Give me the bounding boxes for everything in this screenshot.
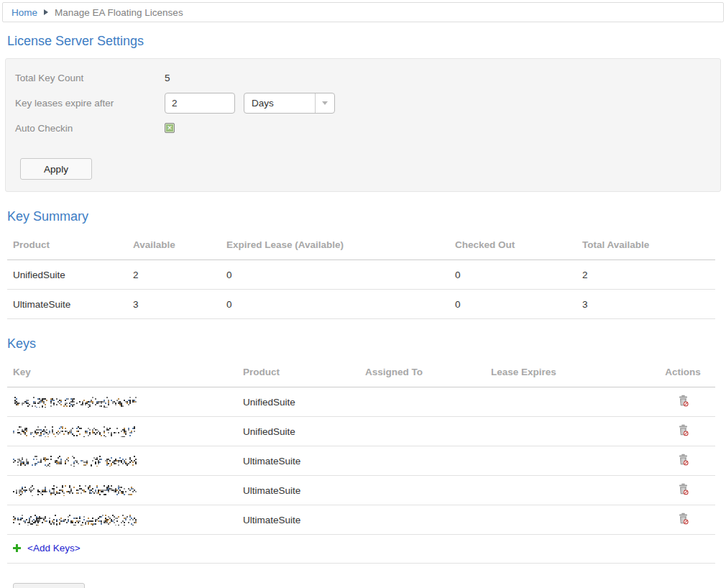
chevron-down-icon [322, 101, 328, 105]
keys-header-row: Key Product Assigned To Lease Expires Ac… [7, 361, 715, 387]
summary-expired-lease: 0 [221, 290, 449, 319]
table-row: UltimateSuite 3 0 0 3 [7, 290, 715, 319]
auto-checkin-checkbox[interactable] [165, 123, 175, 133]
key-summary-table: Product Available Expired Lease (Availab… [7, 234, 715, 319]
redacted-key [13, 515, 137, 525]
add-keys-link[interactable]: <Add Keys> [27, 543, 81, 553]
delete-key-button[interactable] [676, 423, 690, 440]
key-assigned-to [359, 446, 485, 476]
breadcrumb-separator-icon [44, 9, 48, 15]
key-lease-expires [485, 417, 645, 446]
summary-available: 3 [127, 290, 221, 319]
license-server-settings-panel: Total Key Count 5 Key leases expire afte… [5, 58, 721, 192]
key-cell [7, 387, 237, 417]
lease-unit-selected-value: Days [244, 98, 315, 109]
key-assigned-to [359, 505, 485, 535]
delete-key-button[interactable] [676, 482, 690, 499]
page-content: License Server Settings Total Key Count … [0, 34, 726, 588]
table-row: UltimateSuite [7, 505, 715, 535]
breadcrumb-current-page: Manage EA Floating Licenses [55, 7, 183, 18]
column-header-lease-expires: Lease Expires [485, 361, 645, 387]
key-actions-cell [645, 476, 715, 505]
redacted-key [13, 397, 137, 408]
auto-checkin-label: Auto Checkin [15, 123, 165, 134]
key-cell [7, 446, 237, 476]
key-actions-cell [645, 505, 715, 535]
lease-unit-dropdown-button[interactable] [315, 93, 334, 113]
total-key-count-value: 5 [165, 73, 170, 83]
ok-button[interactable]: OK [13, 583, 85, 588]
column-header-available: Available [127, 234, 221, 260]
key-cell [7, 505, 237, 535]
lease-expire-row: Key leases expire after Days [15, 91, 711, 115]
summary-expired-lease: 0 [221, 260, 449, 290]
plus-icon [13, 544, 21, 552]
column-header-product: Product [237, 361, 359, 387]
key-assigned-to [359, 476, 485, 505]
key-cell [7, 476, 237, 505]
table-row: UnifiedSuite [7, 387, 715, 417]
keys-title: Keys [7, 336, 715, 352]
lease-unit-select[interactable]: Days [244, 93, 335, 114]
column-header-actions: Actions [645, 361, 715, 387]
key-cell [7, 417, 237, 446]
column-header-product: Product [7, 234, 127, 260]
add-keys-row: <Add Keys> [7, 535, 715, 564]
key-product: UnifiedSuite [237, 417, 359, 446]
redacted-key [13, 485, 137, 496]
summary-available: 2 [127, 260, 221, 290]
key-assigned-to [359, 387, 485, 417]
key-lease-expires [485, 446, 645, 476]
total-key-count-label: Total Key Count [15, 73, 165, 83]
apply-button[interactable]: Apply [20, 158, 92, 180]
column-header-expired-lease: Expired Lease (Available) [221, 234, 449, 260]
summary-checked-out: 0 [449, 260, 576, 290]
breadcrumb-home-link[interactable]: Home [12, 7, 37, 18]
column-header-total-available: Total Available [576, 234, 715, 260]
delete-key-button[interactable] [676, 393, 690, 410]
key-product: UltimateSuite [237, 476, 359, 505]
column-header-checked-out: Checked Out [449, 234, 576, 260]
breadcrumb: Home Manage EA Floating Licenses [2, 2, 724, 22]
key-product: UnifiedSuite [237, 387, 359, 417]
key-lease-expires [485, 505, 645, 535]
key-actions-cell [645, 417, 715, 446]
summary-total-available: 3 [576, 290, 715, 319]
key-lease-expires [485, 476, 645, 505]
key-product: UltimateSuite [237, 446, 359, 476]
key-actions-cell [645, 446, 715, 476]
summary-total-available: 2 [576, 260, 715, 290]
trash-icon [678, 513, 689, 525]
auto-checkin-row: Auto Checkin [15, 119, 711, 137]
key-lease-expires [485, 387, 645, 417]
key-summary-title: Key Summary [7, 209, 715, 224]
key-product: UltimateSuite [237, 505, 359, 535]
table-row: UnifiedSuite [7, 417, 715, 446]
trash-icon [678, 454, 689, 466]
table-row: UnifiedSuite 2 0 0 2 [7, 260, 715, 290]
total-key-count-row: Total Key Count 5 [15, 69, 711, 86]
summary-product: UltimateSuite [7, 290, 127, 319]
column-header-key: Key [7, 361, 237, 387]
column-header-assigned-to: Assigned To [359, 361, 485, 387]
summary-product: UnifiedSuite [7, 260, 127, 290]
delete-key-button[interactable] [676, 452, 690, 469]
table-row: UltimateSuite [7, 476, 715, 505]
delete-key-button[interactable] [676, 511, 690, 528]
license-server-settings-title: License Server Settings [7, 34, 715, 49]
key-assigned-to [359, 417, 485, 446]
key-summary-header-row: Product Available Expired Lease (Availab… [7, 234, 715, 260]
redacted-key [13, 456, 137, 467]
lease-expire-label: Key leases expire after [15, 98, 165, 109]
trash-icon [678, 395, 689, 407]
key-actions-cell [645, 387, 715, 417]
lease-expire-input[interactable] [165, 93, 235, 114]
trash-icon [678, 424, 689, 436]
summary-checked-out: 0 [449, 290, 576, 319]
table-row: UltimateSuite [7, 446, 715, 476]
keys-table: Key Product Assigned To Lease Expires Ac… [7, 361, 715, 535]
redacted-key [13, 426, 137, 437]
trash-icon [678, 483, 689, 495]
